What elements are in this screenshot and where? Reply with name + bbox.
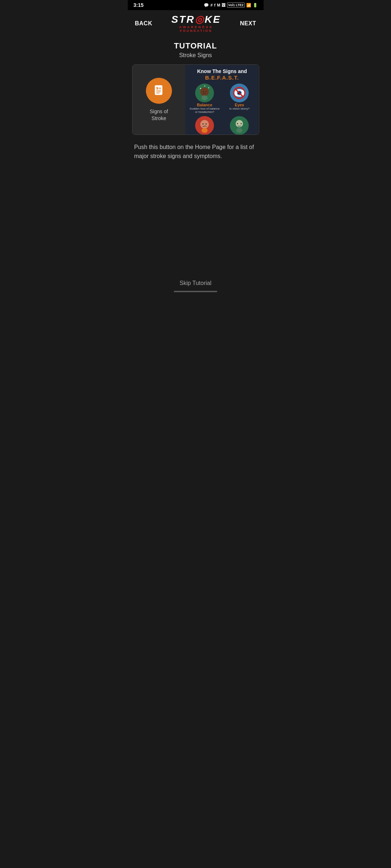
header: BACK STR◎KE AWARENESS FOUNDATION NEXT	[128, 10, 264, 37]
svg-rect-0	[155, 85, 162, 95]
eye-icon	[231, 85, 247, 101]
page-title: TUTORIAL	[135, 41, 256, 51]
logo: STR◎KE AWARENESS FOUNDATION	[171, 14, 221, 33]
logo-foundation: FOUNDATION	[180, 29, 212, 33]
svg-text:✦: ✦	[204, 85, 206, 87]
svg-point-26	[237, 123, 238, 124]
status-icons: 💬 # f M 🖼 Vol1 LTE2 📶 🔋	[204, 3, 257, 8]
logo-stroke-text: STR◎KE	[171, 14, 221, 25]
next-button[interactable]: NEXT	[240, 20, 256, 27]
svg-rect-6	[156, 90, 161, 91]
skip-container: Skip Tutorial	[128, 274, 264, 305]
svg-rect-7	[156, 92, 161, 92]
document-icon	[152, 84, 166, 98]
svg-point-14	[205, 91, 206, 92]
signs-of-stroke-panel: Signs ofStroke	[133, 65, 186, 135]
balance-avatar: ✦ ✦ ✦	[195, 84, 214, 102]
signs-icon-circle	[146, 78, 172, 104]
description-text: Push this button on the Home Page for a …	[134, 143, 257, 161]
befast-header: Know The Signs and B.E.F.A.S.T.	[188, 68, 256, 81]
slack-icon: #	[210, 3, 213, 7]
svg-point-24	[202, 128, 208, 133]
befast-grid: ✦ ✦ ✦ Balance Sudden loss of balance or …	[188, 84, 256, 135]
eyes-label: Eyes	[235, 103, 244, 107]
page-subtitle: Stroke Signs	[135, 52, 256, 59]
status-time: 3:15	[134, 2, 144, 8]
befast-arms	[223, 116, 256, 135]
gmail-icon: M	[217, 3, 220, 7]
svg-point-23	[206, 123, 207, 124]
svg-point-15	[202, 95, 208, 101]
svg-point-28	[236, 128, 243, 133]
svg-point-27	[241, 123, 242, 124]
face-avatar	[195, 116, 214, 135]
photo-icon: 🖼	[222, 3, 226, 7]
svg-point-21	[200, 120, 209, 129]
title-section: TUTORIAL Stroke Signs	[128, 37, 264, 64]
description-section: Push this button on the Home Page for a …	[128, 135, 264, 169]
befast-face	[188, 116, 221, 135]
know-signs-text: Know The Signs and	[188, 68, 256, 75]
vol-indicator: Vol1 LTE2	[227, 3, 244, 8]
svg-rect-5	[159, 89, 161, 89]
signs-label: Signs ofStroke	[150, 108, 168, 121]
befast-eyes: Eyes Is vision blurry?	[223, 84, 256, 114]
home-indicator	[174, 291, 217, 292]
eyes-avatar	[230, 84, 249, 102]
befast-text: B.E.F.A.S.T.	[188, 75, 256, 81]
signal-icon: 📶	[246, 3, 251, 8]
arms-icon	[231, 118, 247, 133]
balance-label: Balance	[197, 103, 212, 107]
svg-rect-8	[156, 93, 160, 93]
befast-panel: Know The Signs and B.E.F.A.S.T. ✦ ✦ ✦	[185, 65, 258, 135]
svg-point-22	[202, 123, 203, 124]
face-droop-icon	[197, 118, 213, 133]
svg-text:✦: ✦	[208, 87, 210, 89]
befast-balance: ✦ ✦ ✦ Balance Sudden loss of balance or …	[188, 84, 221, 114]
arms-avatar	[230, 116, 249, 135]
battery-icon: 🔋	[253, 3, 258, 8]
svg-point-13	[203, 91, 204, 92]
svg-text:✦: ✦	[200, 87, 202, 90]
eyes-desc: Is vision blurry?	[230, 107, 250, 111]
logo-awareness: AWARENESS	[179, 25, 213, 29]
balance-desc: Sudden loss of balance or headaches?	[188, 107, 221, 114]
svg-rect-4	[159, 88, 161, 88]
whatsapp-icon: 💬	[204, 3, 209, 8]
back-button[interactable]: BACK	[135, 20, 152, 27]
status-bar: 3:15 💬 # f M 🖼 Vol1 LTE2 📶 🔋	[128, 0, 264, 10]
skip-tutorial-button[interactable]: Skip Tutorial	[135, 280, 256, 286]
facebook-icon: f	[214, 3, 215, 7]
stroke-signs-card[interactable]: Signs ofStroke Know The Signs and B.E.F.…	[132, 64, 259, 135]
balance-face-icon: ✦ ✦ ✦	[197, 85, 213, 101]
